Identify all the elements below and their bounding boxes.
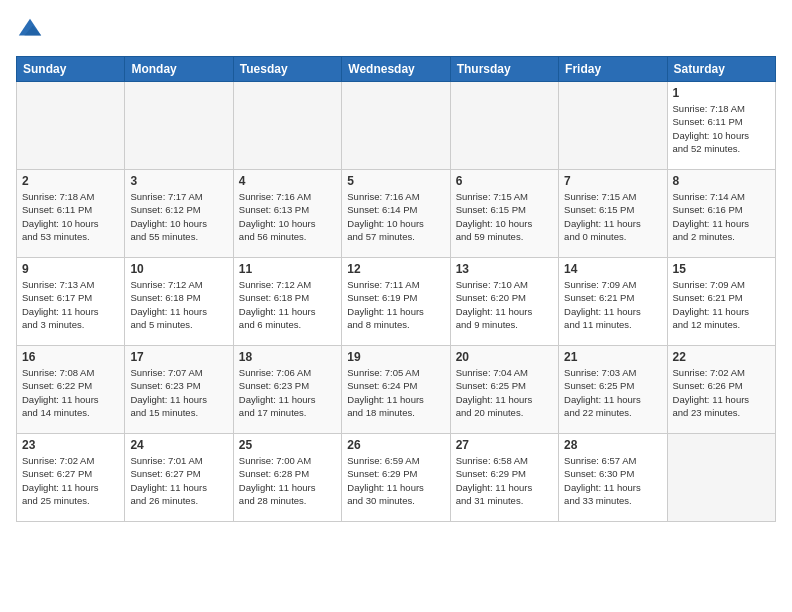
calendar-cell <box>450 82 558 170</box>
weekday-header-friday: Friday <box>559 57 667 82</box>
calendar-week-5: 23Sunrise: 7:02 AM Sunset: 6:27 PM Dayli… <box>17 434 776 522</box>
day-number: 2 <box>22 174 119 188</box>
day-number: 6 <box>456 174 553 188</box>
calendar-cell: 26Sunrise: 6:59 AM Sunset: 6:29 PM Dayli… <box>342 434 450 522</box>
day-info: Sunrise: 7:07 AM Sunset: 6:23 PM Dayligh… <box>130 366 227 419</box>
day-number: 24 <box>130 438 227 452</box>
calendar-cell: 22Sunrise: 7:02 AM Sunset: 6:26 PM Dayli… <box>667 346 775 434</box>
day-number: 14 <box>564 262 661 276</box>
calendar-cell <box>233 82 341 170</box>
weekday-header-thursday: Thursday <box>450 57 558 82</box>
calendar-cell: 20Sunrise: 7:04 AM Sunset: 6:25 PM Dayli… <box>450 346 558 434</box>
weekday-header-saturday: Saturday <box>667 57 775 82</box>
page-header <box>16 16 776 44</box>
calendar-cell: 23Sunrise: 7:02 AM Sunset: 6:27 PM Dayli… <box>17 434 125 522</box>
day-info: Sunrise: 7:12 AM Sunset: 6:18 PM Dayligh… <box>239 278 336 331</box>
day-number: 7 <box>564 174 661 188</box>
day-number: 10 <box>130 262 227 276</box>
calendar-cell <box>17 82 125 170</box>
day-number: 9 <box>22 262 119 276</box>
calendar-cell: 2Sunrise: 7:18 AM Sunset: 6:11 PM Daylig… <box>17 170 125 258</box>
day-number: 17 <box>130 350 227 364</box>
calendar-cell: 13Sunrise: 7:10 AM Sunset: 6:20 PM Dayli… <box>450 258 558 346</box>
day-number: 3 <box>130 174 227 188</box>
day-info: Sunrise: 7:15 AM Sunset: 6:15 PM Dayligh… <box>564 190 661 243</box>
calendar-cell: 12Sunrise: 7:11 AM Sunset: 6:19 PM Dayli… <box>342 258 450 346</box>
calendar-cell: 3Sunrise: 7:17 AM Sunset: 6:12 PM Daylig… <box>125 170 233 258</box>
calendar-cell: 4Sunrise: 7:16 AM Sunset: 6:13 PM Daylig… <box>233 170 341 258</box>
day-info: Sunrise: 7:14 AM Sunset: 6:16 PM Dayligh… <box>673 190 770 243</box>
calendar-cell <box>559 82 667 170</box>
weekday-header-sunday: Sunday <box>17 57 125 82</box>
calendar-cell: 27Sunrise: 6:58 AM Sunset: 6:29 PM Dayli… <box>450 434 558 522</box>
calendar-cell <box>125 82 233 170</box>
weekday-header-monday: Monday <box>125 57 233 82</box>
calendar-cell: 18Sunrise: 7:06 AM Sunset: 6:23 PM Dayli… <box>233 346 341 434</box>
day-info: Sunrise: 7:06 AM Sunset: 6:23 PM Dayligh… <box>239 366 336 419</box>
day-info: Sunrise: 7:10 AM Sunset: 6:20 PM Dayligh… <box>456 278 553 331</box>
day-info: Sunrise: 7:18 AM Sunset: 6:11 PM Dayligh… <box>673 102 770 155</box>
calendar-header: SundayMondayTuesdayWednesdayThursdayFrid… <box>17 57 776 82</box>
day-info: Sunrise: 7:00 AM Sunset: 6:28 PM Dayligh… <box>239 454 336 507</box>
calendar-week-2: 2Sunrise: 7:18 AM Sunset: 6:11 PM Daylig… <box>17 170 776 258</box>
day-info: Sunrise: 7:16 AM Sunset: 6:14 PM Dayligh… <box>347 190 444 243</box>
calendar-cell <box>342 82 450 170</box>
day-info: Sunrise: 7:12 AM Sunset: 6:18 PM Dayligh… <box>130 278 227 331</box>
calendar-week-1: 1Sunrise: 7:18 AM Sunset: 6:11 PM Daylig… <box>17 82 776 170</box>
day-info: Sunrise: 7:01 AM Sunset: 6:27 PM Dayligh… <box>130 454 227 507</box>
day-info: Sunrise: 7:17 AM Sunset: 6:12 PM Dayligh… <box>130 190 227 243</box>
day-info: Sunrise: 7:03 AM Sunset: 6:25 PM Dayligh… <box>564 366 661 419</box>
day-info: Sunrise: 7:02 AM Sunset: 6:26 PM Dayligh… <box>673 366 770 419</box>
calendar-cell: 10Sunrise: 7:12 AM Sunset: 6:18 PM Dayli… <box>125 258 233 346</box>
day-number: 22 <box>673 350 770 364</box>
calendar-cell: 16Sunrise: 7:08 AM Sunset: 6:22 PM Dayli… <box>17 346 125 434</box>
calendar-cell: 17Sunrise: 7:07 AM Sunset: 6:23 PM Dayli… <box>125 346 233 434</box>
day-number: 20 <box>456 350 553 364</box>
calendar-body: 1Sunrise: 7:18 AM Sunset: 6:11 PM Daylig… <box>17 82 776 522</box>
calendar-cell: 5Sunrise: 7:16 AM Sunset: 6:14 PM Daylig… <box>342 170 450 258</box>
day-info: Sunrise: 7:05 AM Sunset: 6:24 PM Dayligh… <box>347 366 444 419</box>
day-info: Sunrise: 6:59 AM Sunset: 6:29 PM Dayligh… <box>347 454 444 507</box>
calendar-week-4: 16Sunrise: 7:08 AM Sunset: 6:22 PM Dayli… <box>17 346 776 434</box>
calendar-cell: 15Sunrise: 7:09 AM Sunset: 6:21 PM Dayli… <box>667 258 775 346</box>
day-number: 1 <box>673 86 770 100</box>
calendar-week-3: 9Sunrise: 7:13 AM Sunset: 6:17 PM Daylig… <box>17 258 776 346</box>
day-info: Sunrise: 7:18 AM Sunset: 6:11 PM Dayligh… <box>22 190 119 243</box>
day-number: 12 <box>347 262 444 276</box>
day-number: 15 <box>673 262 770 276</box>
day-number: 11 <box>239 262 336 276</box>
day-number: 28 <box>564 438 661 452</box>
day-number: 23 <box>22 438 119 452</box>
calendar-cell: 9Sunrise: 7:13 AM Sunset: 6:17 PM Daylig… <box>17 258 125 346</box>
calendar-cell: 24Sunrise: 7:01 AM Sunset: 6:27 PM Dayli… <box>125 434 233 522</box>
day-number: 16 <box>22 350 119 364</box>
day-info: Sunrise: 7:09 AM Sunset: 6:21 PM Dayligh… <box>673 278 770 331</box>
day-number: 4 <box>239 174 336 188</box>
day-number: 27 <box>456 438 553 452</box>
day-info: Sunrise: 7:13 AM Sunset: 6:17 PM Dayligh… <box>22 278 119 331</box>
day-info: Sunrise: 7:09 AM Sunset: 6:21 PM Dayligh… <box>564 278 661 331</box>
calendar-cell <box>667 434 775 522</box>
day-number: 21 <box>564 350 661 364</box>
day-number: 8 <box>673 174 770 188</box>
calendar-cell: 6Sunrise: 7:15 AM Sunset: 6:15 PM Daylig… <box>450 170 558 258</box>
day-info: Sunrise: 6:58 AM Sunset: 6:29 PM Dayligh… <box>456 454 553 507</box>
day-number: 19 <box>347 350 444 364</box>
day-info: Sunrise: 7:02 AM Sunset: 6:27 PM Dayligh… <box>22 454 119 507</box>
day-number: 26 <box>347 438 444 452</box>
calendar-cell: 8Sunrise: 7:14 AM Sunset: 6:16 PM Daylig… <box>667 170 775 258</box>
logo-icon <box>16 16 44 44</box>
calendar-cell: 1Sunrise: 7:18 AM Sunset: 6:11 PM Daylig… <box>667 82 775 170</box>
day-number: 18 <box>239 350 336 364</box>
logo <box>16 16 48 44</box>
day-number: 13 <box>456 262 553 276</box>
weekday-header-row: SundayMondayTuesdayWednesdayThursdayFrid… <box>17 57 776 82</box>
day-info: Sunrise: 7:04 AM Sunset: 6:25 PM Dayligh… <box>456 366 553 419</box>
calendar-cell: 19Sunrise: 7:05 AM Sunset: 6:24 PM Dayli… <box>342 346 450 434</box>
weekday-header-tuesday: Tuesday <box>233 57 341 82</box>
calendar-cell: 7Sunrise: 7:15 AM Sunset: 6:15 PM Daylig… <box>559 170 667 258</box>
day-info: Sunrise: 7:15 AM Sunset: 6:15 PM Dayligh… <box>456 190 553 243</box>
calendar-cell: 28Sunrise: 6:57 AM Sunset: 6:30 PM Dayli… <box>559 434 667 522</box>
day-info: Sunrise: 7:16 AM Sunset: 6:13 PM Dayligh… <box>239 190 336 243</box>
day-info: Sunrise: 7:08 AM Sunset: 6:22 PM Dayligh… <box>22 366 119 419</box>
